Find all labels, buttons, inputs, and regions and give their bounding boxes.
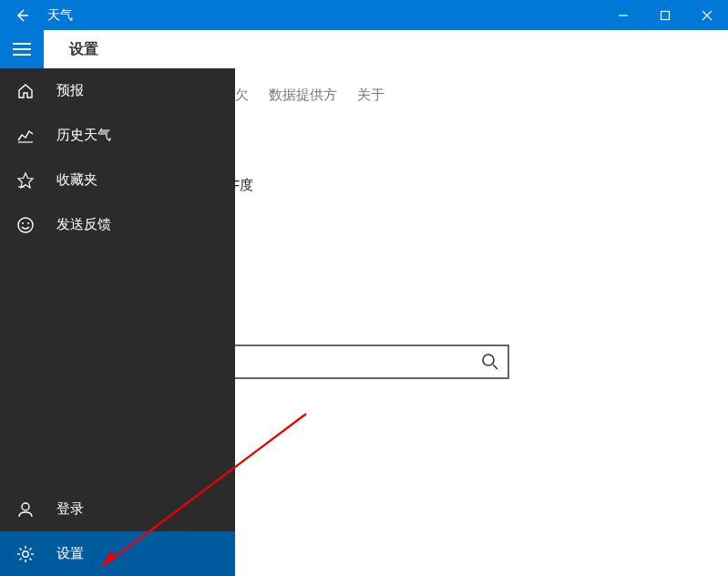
svg-line-22 bbox=[29, 558, 31, 560]
svg-point-13 bbox=[22, 222, 24, 224]
sidebar-item-feedback[interactable]: 发送反馈 bbox=[0, 202, 235, 247]
tab-fragment[interactable]: 欠 bbox=[235, 85, 249, 106]
chart-icon bbox=[15, 125, 36, 147]
sidebar-item-favorites[interactable]: 收藏夹 bbox=[0, 158, 235, 202]
minimize-icon bbox=[618, 10, 629, 21]
minimize-button[interactable] bbox=[602, 0, 644, 30]
star-icon bbox=[15, 170, 36, 191]
search-icon bbox=[480, 352, 500, 372]
sidebar-item-label: 设置 bbox=[56, 545, 84, 562]
user-icon bbox=[15, 499, 36, 520]
sidebar-spacer bbox=[0, 247, 235, 487]
subheader: 设置 bbox=[0, 30, 728, 68]
sidebar-item-label: 历史天气 bbox=[56, 127, 111, 144]
maximize-icon bbox=[660, 10, 671, 21]
sidebar-item-settings[interactable]: 设置 bbox=[0, 531, 235, 576]
sidebar-item-label: 预报 bbox=[56, 82, 84, 99]
svg-point-15 bbox=[22, 503, 29, 510]
maximize-button[interactable] bbox=[644, 0, 686, 30]
page-title: 设置 bbox=[69, 40, 98, 59]
window-controls bbox=[602, 0, 728, 30]
sidebar-item-label: 发送反馈 bbox=[56, 216, 111, 233]
search-input[interactable] bbox=[241, 355, 480, 369]
gear-icon bbox=[15, 543, 36, 565]
arrow-left-icon bbox=[15, 8, 29, 23]
tab-provider[interactable]: 数据提供方 bbox=[269, 85, 337, 106]
smile-icon bbox=[15, 214, 36, 236]
search-box[interactable] bbox=[231, 345, 509, 379]
svg-point-12 bbox=[18, 218, 33, 232]
sidebar-item-label: 收藏夹 bbox=[56, 171, 97, 189]
svg-rect-1 bbox=[661, 11, 670, 19]
sidebar-item-label: 登录 bbox=[56, 500, 84, 518]
sidebar-item-signin[interactable]: 登录 bbox=[0, 487, 235, 531]
sidebar-item-history[interactable]: 历史天气 bbox=[0, 113, 235, 158]
app-title: 天气 bbox=[47, 7, 73, 24]
sidebar: 预报 历史天气 收藏夹 发送反馈 登录 bbox=[0, 68, 235, 576]
content-area: 常规 欠 数据提供方 关于 F度 预报 bbox=[0, 68, 728, 576]
svg-line-21 bbox=[20, 548, 22, 550]
svg-line-23 bbox=[20, 558, 22, 560]
svg-line-24 bbox=[29, 548, 31, 550]
svg-marker-10 bbox=[18, 173, 33, 188]
close-icon bbox=[702, 10, 713, 21]
close-button[interactable] bbox=[686, 0, 728, 30]
svg-point-7 bbox=[483, 355, 494, 365]
home-icon bbox=[15, 80, 36, 102]
sidebar-item-forecast[interactable]: 预报 bbox=[0, 68, 235, 113]
svg-point-16 bbox=[23, 550, 28, 556]
titlebar: 天气 bbox=[0, 0, 728, 30]
tab-about[interactable]: 关于 bbox=[357, 85, 385, 106]
hamburger-button[interactable] bbox=[0, 30, 44, 68]
back-button[interactable] bbox=[0, 0, 44, 30]
svg-line-8 bbox=[493, 365, 497, 369]
hamburger-icon bbox=[13, 43, 31, 56]
svg-point-14 bbox=[27, 222, 29, 224]
